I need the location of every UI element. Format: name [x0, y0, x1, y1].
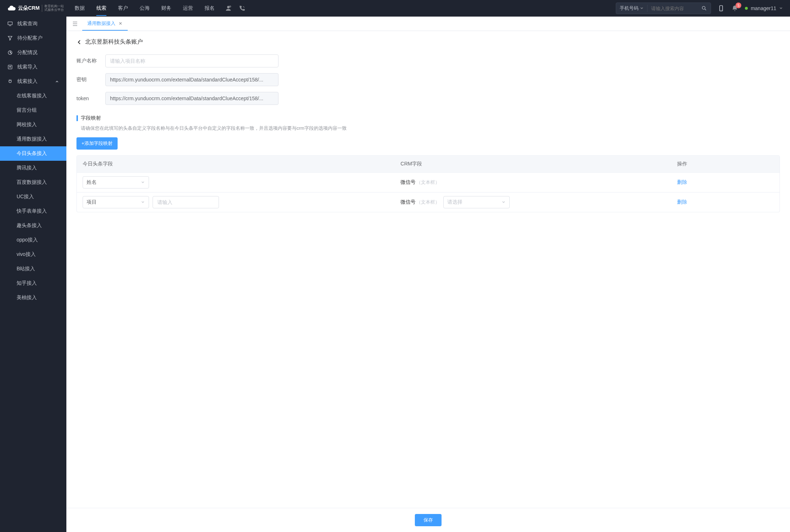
sidebar-item[interactable]: 线索导入 — [0, 60, 66, 74]
tabs-collapse-icon[interactable] — [71, 19, 79, 28]
sidebar-sub-item[interactable]: 趣头条接入 — [0, 218, 66, 233]
sidebar-item[interactable]: 待分配客户 — [0, 31, 66, 45]
section-description: 请确保您在此填写的头条自定义字段名称与在今日头条平台中自定义的字段名称一致，并且… — [76, 125, 780, 132]
crm-field-label: 微信号（文本框） — [400, 199, 440, 205]
toutiao-field-select[interactable]: 姓名 — [83, 176, 149, 189]
section-title: 字段映射 — [81, 115, 101, 121]
secret-input[interactable] — [105, 73, 278, 86]
nav-item[interactable]: 线索 — [96, 1, 106, 16]
nav-item[interactable]: 财务 — [161, 1, 171, 16]
user-plus-icon[interactable] — [225, 5, 232, 12]
search-input[interactable] — [647, 5, 698, 12]
phone-icon[interactable] — [238, 5, 246, 12]
sidebar-sub-item[interactable]: 知乎接入 — [0, 276, 66, 291]
nav-item[interactable]: 数据 — [75, 1, 85, 16]
section-accent-bar — [76, 115, 78, 121]
mobile-icon[interactable] — [717, 5, 725, 12]
save-button[interactable]: 保存 — [415, 514, 442, 526]
table-header-crm: CRM字段 — [400, 161, 677, 167]
pie-icon — [7, 50, 13, 56]
plug-icon — [7, 79, 13, 84]
back-icon[interactable] — [76, 39, 82, 45]
tab[interactable]: 通用数据接入 — [82, 17, 128, 31]
close-icon[interactable] — [118, 21, 123, 26]
sidebar-sub-item[interactable]: oppo接入 — [0, 233, 66, 247]
user-name: manager11 — [751, 5, 776, 11]
sidebar-sub-item[interactable]: 今日头条接入 — [0, 146, 66, 161]
sidebar-sub-item[interactable]: 在线客服接入 — [0, 89, 66, 103]
chevron-down-icon — [141, 200, 145, 204]
top-nav: 数据线索客户公海财务运营报名 — [75, 1, 215, 16]
status-dot — [745, 7, 748, 10]
svg-point-0 — [227, 6, 230, 8]
nav-item[interactable]: 报名 — [205, 1, 215, 16]
logo[interactable]: 云朵CRM 教育机构一站 式服务云平台 — [7, 4, 64, 13]
sidebar-sub-item[interactable]: 通用数据接入 — [0, 132, 66, 146]
sidebar-sub-item[interactable]: 快手表单接入 — [0, 204, 66, 218]
sidebar: 线索查询待分配客户分配情况线索导入线索接入在线客服接入留言分组网校接入通用数据接… — [0, 17, 66, 532]
secret-label: 密钥 — [76, 76, 105, 83]
add-field-mapping-button[interactable]: +添加字段映射 — [76, 137, 118, 150]
sidebar-sub-item[interactable]: 百度数据接入 — [0, 175, 66, 190]
account-label: 账户名称 — [76, 58, 105, 64]
chevron-down-icon — [141, 180, 145, 185]
svg-point-4 — [721, 10, 721, 10]
footer-bar: 保存 — [66, 508, 790, 532]
sidebar-sub-item[interactable]: 腾讯接入 — [0, 161, 66, 175]
search-icon — [701, 5, 707, 11]
chevron-down-icon — [640, 6, 644, 10]
sidebar-sub-item[interactable]: vivo接入 — [0, 247, 66, 262]
search-box: 手机号码 — [616, 3, 711, 14]
page-title: 北京昱新科技头条账户 — [85, 38, 143, 46]
token-input[interactable] — [105, 92, 278, 105]
delete-link[interactable]: 删除 — [677, 199, 687, 205]
nav-item[interactable]: 运营 — [183, 1, 193, 16]
sidebar-item[interactable]: 线索接入 — [0, 74, 66, 89]
search-type-select[interactable]: 手机号码 — [616, 5, 647, 12]
search-button[interactable] — [698, 5, 711, 11]
sidebar-sub-item[interactable]: 美柚接入 — [0, 291, 66, 305]
table-row: 项目微信号（文本框）请选择删除 — [77, 192, 780, 212]
chevron-down-icon — [501, 200, 506, 204]
delete-link[interactable]: 删除 — [677, 179, 687, 185]
sidebar-sub-item[interactable]: 网校接入 — [0, 118, 66, 132]
toutiao-extra-input[interactable] — [153, 196, 219, 208]
cloud-icon — [7, 4, 16, 13]
logo-text: 云朵CRM — [18, 5, 40, 12]
notification-bell[interactable]: 5 — [731, 5, 738, 12]
sidebar-sub-item[interactable]: UC接入 — [0, 190, 66, 204]
field-mapping-table: 今日头条字段 CRM字段 操作 姓名微信号（文本框）删除项目微信号（文本框）请选… — [76, 155, 780, 212]
crm-field-label: 微信号（文本框） — [400, 179, 440, 186]
chevron-down-icon — [779, 6, 783, 10]
token-label: token — [76, 96, 105, 101]
account-name-input[interactable] — [105, 54, 278, 67]
notification-badge: 5 — [736, 3, 741, 8]
logo-subtitle: 教育机构一站 式服务云平台 — [42, 5, 64, 12]
table-row: 姓名微信号（文本框）删除 — [77, 172, 780, 192]
table-header-action: 操作 — [677, 161, 774, 167]
export-icon — [7, 64, 13, 70]
user-menu[interactable]: manager11 — [745, 5, 783, 11]
crm-field-select[interactable]: 请选择 — [443, 196, 510, 208]
funnel-icon — [7, 35, 13, 41]
sidebar-item[interactable]: 分配情况 — [0, 45, 66, 60]
nav-item[interactable]: 客户 — [118, 1, 128, 16]
table-header-toutiao: 今日头条字段 — [83, 161, 400, 167]
main-content: 通用数据接入 北京昱新科技头条账户 账户名称 密钥 token 字段映射 — [66, 17, 790, 532]
sidebar-sub-item[interactable]: B站接入 — [0, 262, 66, 276]
monitor-icon — [7, 21, 13, 27]
sidebar-sub-item[interactable]: 留言分组 — [0, 103, 66, 118]
svg-point-2 — [702, 6, 705, 9]
svg-rect-5 — [8, 22, 12, 25]
nav-item[interactable]: 公海 — [140, 1, 150, 16]
chevron-up-icon — [55, 79, 59, 84]
sidebar-item[interactable]: 线索查询 — [0, 17, 66, 31]
tabs-bar: 通用数据接入 — [66, 17, 790, 31]
toutiao-field-select[interactable]: 项目 — [83, 196, 149, 208]
header-bar: 云朵CRM 教育机构一站 式服务云平台 数据线索客户公海财务运营报名 手机号码 … — [0, 0, 790, 17]
